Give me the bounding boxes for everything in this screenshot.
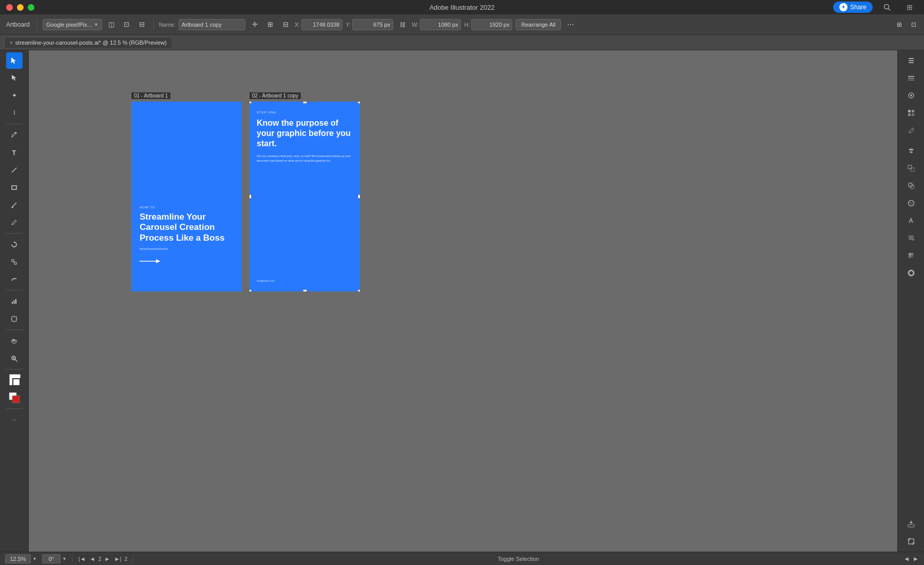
grid-view-icon[interactable]: ⊞ [901,0,918,15]
svg-point-7 [12,206,13,208]
delete-artboard-icon[interactable]: ⊟ [136,18,148,31]
properties-icon[interactable] [903,52,919,69]
artboard-1-label: 01 - Artboard 1 [131,92,170,99]
next-artboard-button[interactable]: ► [913,555,919,562]
stroke-swatch [12,378,21,386]
artboard-2-title: Know the purpose of your graphic before … [257,118,353,149]
rotate-tool[interactable] [6,236,23,252]
pencil-tool[interactable] [6,214,23,230]
maximize-button[interactable] [28,4,34,11]
first-page-button[interactable]: |◄ [78,556,87,562]
artboard-2-step: STEP ONE [257,111,353,114]
tool-sep-3 [6,290,23,290]
link-proportions-icon[interactable]: ⛓ [396,18,409,31]
w-input[interactable] [420,19,461,30]
color-swatch[interactable] [6,372,23,388]
fit-artboard-icon[interactable]: ⊡ [121,18,133,31]
grid-icon-2[interactable]: ⊟ [279,18,292,31]
hand-tool[interactable] [6,333,23,349]
preset-dropdown[interactable]: Google pixel/Pix... ▼ [43,19,102,30]
close-button[interactable] [6,4,13,11]
svg-marker-2 [11,57,16,64]
rotation-input[interactable] [42,554,61,563]
brushes-icon[interactable] [903,122,919,139]
rearrange-all-button[interactable]: Rearrange All [515,19,561,30]
x-input[interactable] [301,19,342,30]
minimize-button[interactable] [17,4,24,11]
artboard-name-input[interactable] [179,19,245,30]
rectangle-tool[interactable] [6,179,23,196]
libraries-icon[interactable] [903,87,919,104]
more-tools-icon[interactable]: ··· [6,412,23,428]
svg-rect-53 [909,253,914,258]
prev-page-button[interactable]: ◄ [89,556,97,562]
pen-tool[interactable] [6,127,23,143]
last-page-button[interactable]: ►| [113,556,123,562]
artboard-tool[interactable] [6,310,23,327]
arrange-icon[interactable]: ⊞ [893,18,906,31]
appearance-icon[interactable] [903,195,919,211]
svg-line-5 [12,168,16,172]
export-icon[interactable] [903,516,919,532]
y-field-group: Y: [345,19,393,30]
artboard-2-content: STEP ONE Know the purpose of your graphi… [249,102,360,291]
paintbrush-tool[interactable] [6,197,23,213]
svg-point-54 [909,270,914,276]
artboard-2-label: 02 - Artboard 1 copy [249,92,301,99]
swap-colors-icon[interactable] [6,389,23,406]
type-tool[interactable]: T [6,144,23,161]
swatches-icon[interactable] [903,105,919,121]
selection-tool[interactable] [6,52,23,69]
line-tool[interactable] [6,162,23,178]
toolbar: Artboard Google pixel/Pix... ▼ ◫ ⊡ ⊟ Nam… [0,14,924,35]
svg-line-1 [889,9,891,11]
artboard-1[interactable]: 01 - Artboard 1 HOW TO Streamline Your C… [131,102,242,291]
artboard-options-icon[interactable]: ◫ [105,18,118,31]
align-icon[interactable] [903,143,919,159]
paragraph-icon[interactable] [903,230,919,246]
grid-icon-1[interactable]: ⊞ [264,18,276,31]
gradient-panel-icon[interactable] [903,247,919,264]
pathfinder-icon[interactable] [903,178,919,194]
more-options-icon[interactable]: ⋯ [564,18,576,31]
share-button[interactable]: ✦ Share [833,2,873,13]
workspace-icon[interactable]: ⊡ [908,18,920,31]
svg-line-11 [14,262,14,262]
artboard-2[interactable]: 02 - Artboard 1 copy [249,102,360,291]
canvas-area[interactable]: 01 - Artboard 1 HOW TO Streamline Your C… [29,50,897,552]
move-icon[interactable]: ✛ [248,18,261,31]
transform-icon[interactable] [903,160,919,177]
search-icon[interactable] [879,0,895,15]
zoom-tool[interactable] [6,350,23,366]
svg-rect-13 [14,300,15,304]
h-label: H: [464,22,470,28]
scale-tool[interactable] [6,254,23,270]
prev-artboard-button[interactable]: ◄ [903,555,910,562]
y-input[interactable] [352,19,393,30]
rotation-arrow[interactable]: ▼ [62,556,67,561]
tool-sep-1 [6,124,23,124]
svg-rect-32 [908,78,914,79]
graph-tool[interactable] [6,293,23,309]
svg-marker-57 [910,521,913,523]
magic-wand-tool[interactable]: ✦ [6,87,23,104]
direct-selection-tool[interactable] [6,70,23,86]
svg-rect-9 [12,260,14,262]
crop-icon[interactable] [903,533,919,550]
layers-icon[interactable] [903,70,919,86]
bottom-right: ◄ ► [903,555,919,562]
zoom-input[interactable] [5,554,31,563]
document-tab[interactable]: × streamline-your-carousel-posts.ai* @ 1… [4,37,172,48]
next-page-button[interactable]: ► [104,556,111,562]
character-icon[interactable]: A [903,212,919,229]
h-input[interactable] [471,19,512,30]
warp-tool[interactable] [6,271,23,287]
tab-close-icon[interactable]: × [10,40,13,46]
h-field-group: H: [464,19,512,30]
stroke-panel-icon[interactable] [903,265,919,281]
status-text: Toggle Selection [138,556,898,562]
svg-rect-42 [910,151,913,153]
lasso-tool[interactable]: ⌇ [6,105,23,121]
artboard-1-inner: HOW TO Streamline Your Carousel Creation… [131,102,242,291]
zoom-arrow[interactable]: ▼ [32,556,37,561]
